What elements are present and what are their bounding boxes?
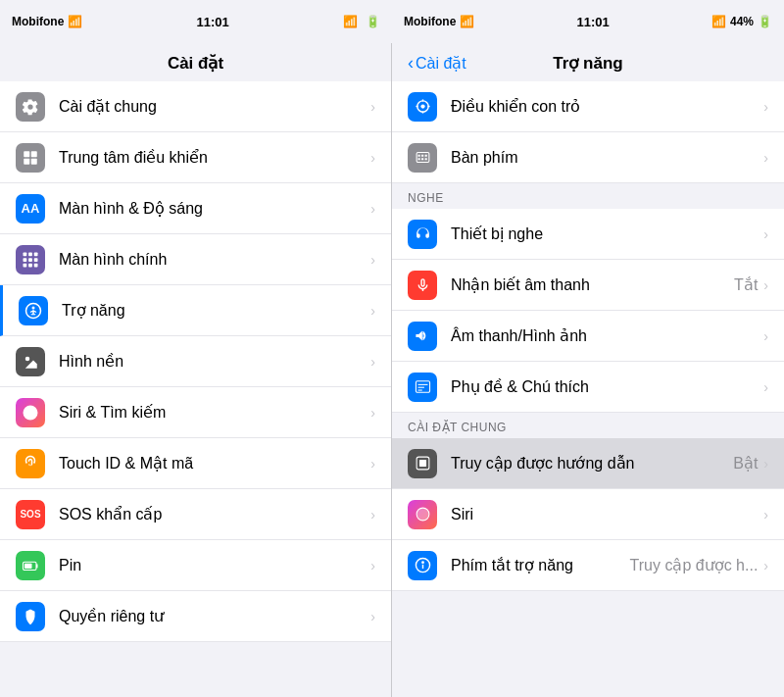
settings-item-sos[interactable]: SOSSOS khẩn cấp› bbox=[0, 489, 391, 540]
svg-point-17 bbox=[25, 356, 30, 361]
right-item-phim-tat-tro-nang[interactable]: Phím tắt trợ năngTruy cập được h...› bbox=[392, 540, 784, 591]
right-icon-siri-right bbox=[408, 500, 437, 529]
settings-label-trung-tam-dieu-khien: Trung tâm điều khiển bbox=[59, 148, 367, 167]
settings-label-siri-tim-kiem: Siri & Tìm kiếm bbox=[59, 403, 367, 422]
settings-item-tro-nang[interactable]: Trợ năng› bbox=[0, 285, 391, 336]
left-panel-header: Cài đặt bbox=[0, 43, 391, 81]
settings-icon-cai-dat-chung bbox=[16, 92, 45, 122]
settings-item-cai-dat-chung[interactable]: Cài đặt chung› bbox=[0, 81, 391, 132]
settings-label-touch-id: Touch ID & Mật mã bbox=[59, 454, 367, 473]
settings-item-man-hinh-do-sang[interactable]: AAMàn hình & Độ sáng› bbox=[0, 183, 391, 234]
left-panel: Cài đặt Cài đặt chung›Trung tâm điều khi… bbox=[0, 43, 392, 697]
settings-label-tro-nang: Trợ năng bbox=[62, 301, 367, 320]
settings-chevron-quyen-rieng-tu: › bbox=[370, 609, 375, 624]
settings-icon-hinh-nen bbox=[16, 347, 45, 376]
right-chevron-truy-cap-duoc-huong-dan: › bbox=[763, 456, 768, 472]
settings-item-pin[interactable]: Pin› bbox=[0, 540, 391, 591]
right-chevron-am-thanh-hinh-anh: › bbox=[763, 328, 768, 344]
left-time: 11:01 bbox=[197, 15, 229, 29]
settings-item-quyen-rieng-tu[interactable]: Quyền riêng tư› bbox=[0, 591, 391, 642]
svg-rect-20 bbox=[24, 563, 32, 568]
svg-rect-2 bbox=[24, 158, 29, 164]
settings-icon-man-hinh-do-sang: AA bbox=[16, 194, 45, 224]
right-icon-nhan-biet-am-thanh bbox=[408, 271, 437, 300]
svg-rect-29 bbox=[421, 155, 423, 157]
settings-list[interactable]: Cài đặt chung›Trung tâm điều khiển›AAMàn… bbox=[0, 81, 391, 697]
svg-rect-12 bbox=[34, 263, 38, 267]
left-battery-icon: 🔋 bbox=[366, 15, 380, 28]
settings-label-man-hinh-do-sang: Màn hình & Độ sáng bbox=[59, 199, 367, 218]
right-battery-icon: 🔋 bbox=[758, 15, 772, 28]
status-bar: Mobifone 📶 11:01 📶 🔋 Mobifone 📶 11:01 📶 … bbox=[0, 0, 784, 43]
svg-rect-28 bbox=[417, 155, 419, 157]
right-status-bar: Mobifone 📶 11:01 📶 44% 🔋 bbox=[392, 0, 784, 43]
left-panel-title: Cài đặt bbox=[168, 53, 223, 74]
right-chevron-dieu-khien-con-tro: › bbox=[763, 99, 768, 115]
right-item-nhan-biet-am-thanh[interactable]: Nhận biết âm thanhTắt› bbox=[392, 260, 784, 311]
settings-item-siri-tim-kiem[interactable]: Siri & Tìm kiếm› bbox=[0, 387, 391, 438]
svg-rect-6 bbox=[34, 252, 38, 256]
svg-rect-35 bbox=[416, 381, 429, 392]
settings-label-cai-dat-chung: Cài đặt chung bbox=[59, 97, 367, 116]
section-label-cai-dat-chung: CÀI ĐẶT CHUNG bbox=[392, 413, 784, 438]
right-carrier: Mobifone bbox=[404, 15, 456, 28]
settings-chevron-trung-tam-dieu-khien: › bbox=[370, 150, 375, 166]
right-label-ban-phim: Bàn phím bbox=[451, 149, 763, 167]
settings-chevron-pin: › bbox=[370, 558, 375, 573]
right-item-ban-phim[interactable]: Bàn phím› bbox=[392, 132, 784, 183]
right-item-dieu-khien-con-tro[interactable]: Điều khiển con trỏ› bbox=[392, 81, 784, 132]
settings-icon-pin bbox=[16, 551, 45, 580]
right-label-dieu-khien-con-tro: Điều khiển con trỏ bbox=[451, 97, 763, 116]
right-label-truy-cap-duoc-huong-dan: Truy cập được hướng dẫn bbox=[451, 454, 733, 473]
right-item-thiet-bi-nghe[interactable]: Thiết bị nghe› bbox=[392, 209, 784, 260]
settings-label-sos: SOS khẩn cấp bbox=[59, 505, 367, 523]
right-chevron-phu-de-chu-thich: › bbox=[763, 379, 768, 395]
right-label-phim-tat-tro-nang: Phím tắt trợ năng bbox=[451, 556, 630, 574]
right-icon-phim-tat-tro-nang bbox=[408, 551, 437, 580]
svg-rect-40 bbox=[418, 460, 425, 467]
left-status-left: Mobifone 📶 bbox=[12, 15, 82, 28]
settings-label-man-hinh-chinh: Màn hình chính bbox=[59, 251, 367, 269]
right-chevron-ban-phim: › bbox=[763, 150, 768, 166]
right-item-phu-de-chu-thich[interactable]: Phụ đề & Chú thích› bbox=[392, 362, 784, 413]
right-chevron-siri-right: › bbox=[763, 507, 768, 523]
settings-item-touch-id[interactable]: Touch ID & Mật mã› bbox=[0, 438, 391, 489]
right-chevron-phim-tat-tro-nang: › bbox=[763, 558, 768, 573]
settings-icon-siri-tim-kiem bbox=[16, 398, 45, 427]
right-list[interactable]: Điều khiển con trỏ›Bàn phím›NGHEThiết bị… bbox=[392, 81, 784, 697]
settings-item-trung-tam-dieu-khien[interactable]: Trung tâm điều khiển› bbox=[0, 132, 391, 183]
settings-icon-sos: SOS bbox=[16, 500, 45, 529]
settings-icon-trung-tam-dieu-khien bbox=[16, 143, 45, 173]
back-button[interactable]: ‹ Cài đặt bbox=[408, 53, 466, 74]
svg-rect-10 bbox=[24, 263, 27, 267]
settings-label-pin: Pin bbox=[59, 557, 367, 574]
right-item-siri-right[interactable]: Siri› bbox=[392, 489, 784, 540]
svg-point-21 bbox=[420, 104, 424, 108]
right-chevron-thiet-bi-nghe: › bbox=[763, 226, 768, 242]
settings-label-quyen-rieng-tu: Quyền riêng tư bbox=[59, 607, 367, 625]
left-carrier: Mobifone bbox=[12, 15, 64, 28]
svg-rect-9 bbox=[34, 258, 38, 262]
settings-item-man-hinh-chinh[interactable]: Màn hình chính› bbox=[0, 234, 391, 285]
right-label-nhan-biet-am-thanh: Nhận biết âm thanh bbox=[451, 275, 734, 294]
right-time: 11:01 bbox=[577, 15, 610, 29]
right-item-am-thanh-hinh-anh[interactable]: Âm thanh/Hình ảnh› bbox=[392, 311, 784, 362]
left-signal-icon: 📶 bbox=[343, 15, 358, 28]
settings-chevron-hinh-nen: › bbox=[370, 354, 375, 370]
settings-icon-quyen-rieng-tu bbox=[16, 602, 45, 631]
right-chevron-nhan-biet-am-thanh: › bbox=[763, 277, 768, 293]
svg-rect-5 bbox=[28, 252, 32, 256]
right-icon-truy-cap-duoc-huong-dan bbox=[408, 449, 437, 478]
right-signal-icon: 📶 bbox=[711, 15, 726, 28]
svg-marker-34 bbox=[416, 331, 421, 341]
back-chevron-icon: ‹ bbox=[408, 53, 414, 74]
panels: Cài đặt Cài đặt chung›Trung tâm điều khi… bbox=[0, 43, 784, 697]
right-status-left: Mobifone 📶 bbox=[404, 15, 474, 28]
settings-item-hinh-nen[interactable]: Hình nền› bbox=[0, 336, 391, 387]
settings-icon-tro-nang bbox=[19, 296, 48, 325]
right-value-truy-cap-duoc-huong-dan: Bật bbox=[733, 454, 758, 473]
right-item-truy-cap-duoc-huong-dan[interactable]: Truy cập được hướng dẫnBật› bbox=[392, 438, 784, 489]
svg-rect-27 bbox=[416, 153, 429, 163]
svg-rect-33 bbox=[424, 158, 426, 160]
back-label: Cài đặt bbox=[416, 54, 466, 73]
